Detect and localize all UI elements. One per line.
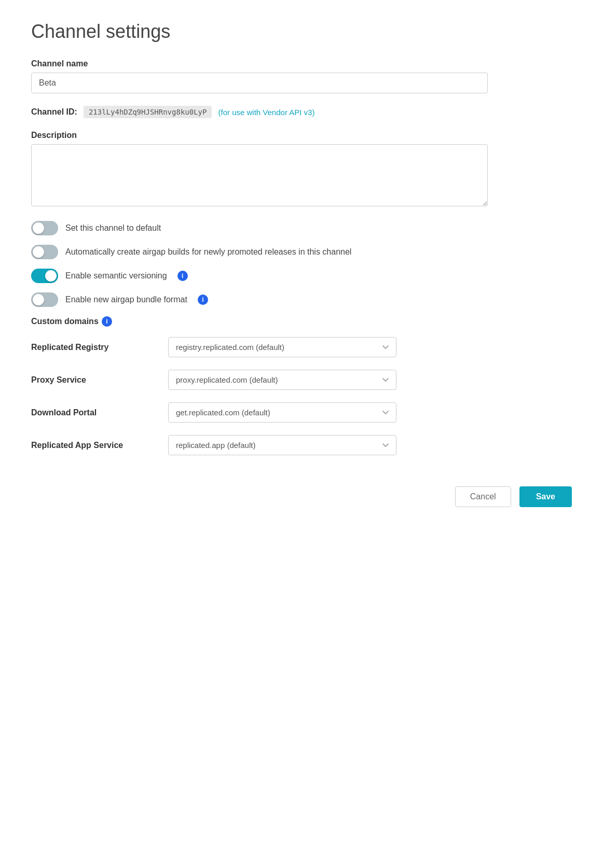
- toggle-airgap-format-label: Enable new airgap bundle format: [65, 294, 187, 305]
- toggle-row-airgap-format: Enable new airgap bundle format i: [31, 292, 572, 307]
- toggle-airgap[interactable]: [31, 245, 58, 259]
- proxy-service-label: Proxy Service: [31, 375, 156, 385]
- toggle-row-default: Set this channel to default: [31, 221, 572, 235]
- custom-domains-section: Custom domains i Replicated Registry reg…: [31, 316, 572, 455]
- toggle-semantic-label: Enable semantic versioning: [65, 270, 167, 282]
- toggle-airgap-label: Automatically create airgap builds for n…: [65, 246, 351, 258]
- proxy-service-select[interactable]: proxy.replicated.com (default): [168, 370, 396, 390]
- footer-actions: Cancel Save: [31, 476, 572, 507]
- airgap-bundle-info-icon[interactable]: i: [198, 295, 208, 305]
- download-portal-select[interactable]: get.replicated.com (default): [168, 402, 396, 423]
- custom-domains-info-icon[interactable]: i: [102, 316, 112, 327]
- page-title: Channel settings: [31, 21, 572, 43]
- toggle-airgap-format[interactable]: [31, 292, 58, 307]
- download-portal-label: Download Portal: [31, 408, 156, 417]
- toggle-semantic[interactable]: [31, 269, 58, 283]
- toggle-airgap-format-slider: [31, 292, 58, 307]
- replicated-registry-select[interactable]: registry.replicated.com (default): [168, 337, 396, 357]
- toggle-semantic-slider: [31, 269, 58, 283]
- replicated-registry-label: Replicated Registry: [31, 343, 156, 352]
- toggles-group: Set this channel to default Automaticall…: [31, 221, 572, 307]
- vendor-api-link[interactable]: (for use with Vendor API v3): [218, 108, 314, 117]
- channel-id-label: Channel ID:: [31, 107, 77, 117]
- custom-domains-title: Custom domains i: [31, 316, 572, 327]
- description-group: Description: [31, 131, 572, 208]
- custom-domains-label: Custom domains: [31, 317, 99, 326]
- semantic-versioning-info-icon[interactable]: i: [177, 271, 188, 281]
- toggle-row-semantic: Enable semantic versioning i: [31, 269, 572, 283]
- domain-row-registry: Replicated Registry registry.replicated.…: [31, 337, 572, 357]
- channel-id-value: 213lLy4hDZq9HJSHRnvg8ku0LyP: [84, 106, 212, 118]
- channel-id-row: Channel ID: 213lLy4hDZq9HJSHRnvg8ku0LyP …: [31, 106, 572, 118]
- replicated-app-service-select[interactable]: replicated.app (default): [168, 435, 396, 455]
- channel-name-label: Channel name: [31, 59, 572, 68]
- toggle-default-slider: [31, 221, 58, 235]
- toggle-row-airgap: Automatically create airgap builds for n…: [31, 245, 572, 259]
- domain-row-proxy: Proxy Service proxy.replicated.com (defa…: [31, 370, 572, 390]
- channel-name-group: Channel name: [31, 59, 572, 93]
- save-button[interactable]: Save: [519, 486, 572, 507]
- toggle-default[interactable]: [31, 221, 58, 235]
- cancel-button[interactable]: Cancel: [455, 486, 511, 507]
- description-input[interactable]: [31, 144, 488, 206]
- toggle-airgap-slider: [31, 245, 58, 259]
- description-label: Description: [31, 131, 572, 140]
- domain-row-download-portal: Download Portal get.replicated.com (defa…: [31, 402, 572, 423]
- replicated-app-service-label: Replicated App Service: [31, 441, 156, 450]
- channel-name-input[interactable]: [31, 73, 488, 93]
- toggle-default-label: Set this channel to default: [65, 222, 161, 234]
- domain-row-replicated-app: Replicated App Service replicated.app (d…: [31, 435, 572, 455]
